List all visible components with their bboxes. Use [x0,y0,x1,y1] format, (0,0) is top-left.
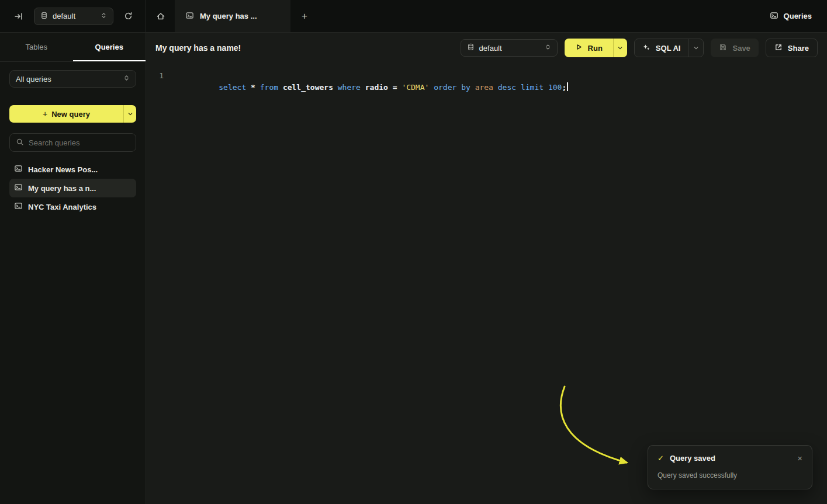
code-token [493,83,498,92]
query-filter-select[interactable]: All queries [9,70,136,88]
queries-icon [770,11,778,22]
tab-my-query[interactable]: My query has ... [175,0,290,32]
code-token: by [461,83,470,92]
query-list-item-my-query[interactable]: My query has a n... [9,179,136,197]
play-icon [575,43,583,53]
query-icon [14,183,23,193]
run-options-button[interactable] [613,39,627,57]
new-query-split-button: + New query [9,105,136,123]
query-item-label: NYC Taxi Analytics [28,203,96,211]
database-selector-value: default [53,12,75,20]
code-token [278,83,283,92]
code-token: = [393,83,397,92]
code-token: cell_towers [283,83,333,92]
code-token: order [434,83,456,92]
code-token [361,83,365,92]
tab-label: My query has ... [200,12,257,20]
code-token: ; [562,83,566,92]
share-button-label: Share [788,44,809,53]
code-token: radio [365,83,388,92]
chevron-updown-icon [545,43,551,53]
code-token: desc [498,83,516,92]
sql-ai-options-button[interactable] [688,39,703,57]
sql-ai-label: SQL AI [656,44,681,53]
code-token: where [338,83,361,92]
run-split-button: Run [565,39,627,57]
code-token: * [251,83,255,92]
query-item-label: Hacker News Pos... [28,165,98,174]
sidebar-tab-tables[interactable]: Tables [0,33,73,61]
main-panel: My query has a name! default [146,33,827,504]
chevron-down-icon [617,44,623,53]
line-number: 1 [146,70,164,82]
query-item-label: My query has a n... [28,184,96,193]
collapse-sidebar-icon[interactable] [14,12,23,21]
check-icon: ✓ [658,454,664,463]
share-icon [774,43,783,53]
new-query-button[interactable]: + New query [9,105,123,123]
code-token: select [219,83,246,92]
new-query-label: New query [51,110,90,119]
sql-ai-button[interactable]: SQL AI [635,39,688,57]
code-tokens: select * from cell_towers where radio = … [219,83,566,92]
queries-button[interactable]: Queries [770,0,827,32]
refresh-icon[interactable] [124,12,133,20]
sql-editor[interactable]: 1 select * from cell_towers where radio … [146,63,827,504]
topbar-left: default [0,0,146,32]
code-token: 'CDMA' [402,83,429,92]
query-list-item-hacker-news[interactable]: Hacker News Pos... [9,160,136,179]
sidebar-tab-queries[interactable]: Queries [73,33,146,61]
share-button[interactable]: Share [766,39,818,57]
code-token [544,83,548,92]
database-selector[interactable]: default [34,8,113,25]
save-button-label: Save [732,44,750,53]
database-selector-main[interactable]: default [461,39,558,57]
chevron-down-icon [693,44,699,53]
query-filter-value: All queries [16,75,51,84]
sidebar-tabs: Tables Queries [0,33,146,62]
query-list-item-nyc-taxi[interactable]: NYC Taxi Analytics [9,197,136,216]
search-queries-input[interactable] [29,138,132,147]
save-icon [719,43,727,53]
code-token [470,83,475,92]
toast-message: Query saved successfully [658,471,802,479]
code-token: from [260,83,278,92]
toast-title: Query saved [670,454,715,463]
run-button-label: Run [588,44,603,53]
queries-button-label: Queries [784,12,812,20]
run-button[interactable]: Run [565,39,613,57]
app-window: default [0,0,827,504]
code-token [516,83,521,92]
chevron-updown-icon [123,74,130,84]
code-token: area [475,83,493,92]
code-token [246,83,251,92]
tab-strip: My query has ... + [146,0,319,32]
database-icon [467,43,475,53]
code-token [429,83,434,92]
sparkle-icon [642,43,650,53]
database-selector-value: default [479,44,502,53]
plus-icon: + [43,109,47,119]
search-queries-box [9,133,136,152]
code-token [333,83,338,92]
new-tab-plus-icon[interactable]: + [290,0,319,32]
home-icon[interactable] [146,0,175,32]
new-query-dropdown-button[interactable] [123,105,136,123]
header-controls: default [461,39,818,57]
topbar: default [0,0,827,33]
main-header: My query has a name! default [146,33,827,63]
query-title[interactable]: My query has a name! [155,43,241,53]
code-token: 100 [548,83,562,92]
chevron-updown-icon [101,12,107,21]
sidebar-content: All queries + New query [0,62,146,224]
toast-header: ✓ Query saved × [658,454,802,463]
save-button[interactable]: Save [711,39,758,57]
search-icon [16,138,24,148]
query-icon [14,164,23,175]
text-cursor [567,82,568,91]
sidebar: Tables Queries All queries + New query [0,33,146,504]
code-token [388,83,393,92]
close-icon[interactable]: × [797,454,802,463]
chevron-down-icon [127,110,133,119]
code-line: select * from cell_towers where radio = … [164,70,568,105]
